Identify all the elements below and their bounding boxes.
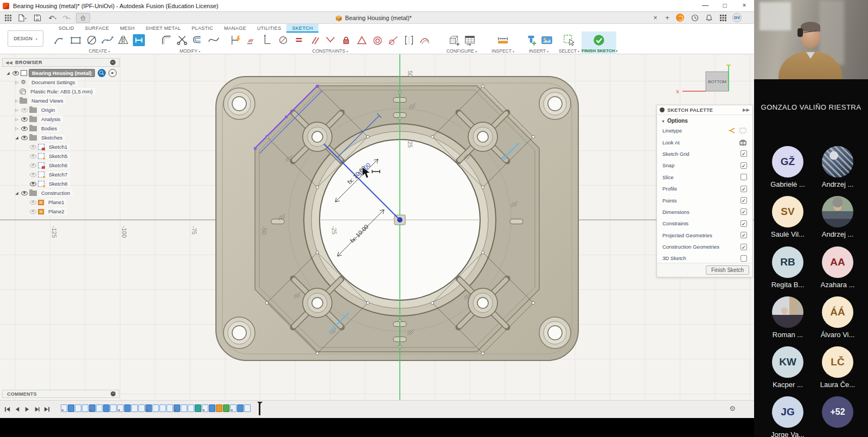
tree-expander-icon[interactable]: ◢ [14, 191, 20, 195]
close-button[interactable]: × [735, 0, 754, 12]
collapse-panel-icon[interactable]: ◀◀ [5, 60, 12, 65]
tree-expander-icon[interactable]: ◢ [5, 71, 11, 75]
participant-tile-6[interactable]: Roman ... [763, 296, 813, 339]
notifications-bell-icon[interactable] [704, 13, 714, 23]
visibility-eye-off-icon[interactable] [30, 154, 36, 159]
browser-item-sketch7[interactable]: Sketch7 [2, 170, 119, 179]
ribbon-tab-sheet-metal[interactable]: SHEET METAL [140, 24, 186, 33]
finish-sketch-footer-button[interactable]: Finish Sketch [706, 265, 749, 275]
apps-menu-icon[interactable] [718, 13, 728, 23]
checkbox-checked[interactable]: ✓ [741, 186, 747, 192]
browser-item-sketch5[interactable]: Sketch5 [2, 151, 119, 161]
timeline-marker[interactable] [259, 402, 260, 415]
visibility-eye-off-icon[interactable] [30, 163, 36, 168]
timeline-feature-4[interactable] [89, 404, 95, 412]
ribbon-tab-manage[interactable]: MANAGE [219, 24, 252, 33]
group-label-create[interactable]: CREATE▾ [52, 48, 146, 54]
palette-options-section[interactable]: ▼Options [657, 115, 752, 125]
tab-close-icon[interactable]: × [651, 13, 660, 23]
visibility-eye-icon[interactable] [21, 117, 28, 122]
comments-minimize-icon[interactable]: − [111, 391, 116, 396]
constraints-tool-icon-6[interactable] [322, 33, 338, 48]
constraints-tool-icon-2[interactable] [259, 33, 275, 48]
visibility-eye-icon[interactable] [30, 182, 36, 186]
constraints-tool-icon-9[interactable] [369, 33, 385, 48]
checkbox-unchecked[interactable] [741, 174, 747, 180]
visibility-eye-off-icon[interactable] [30, 145, 36, 149]
participant-tile-1[interactable]: Andrzej ... [813, 146, 863, 188]
insert-tool-icon-0[interactable] [523, 33, 539, 48]
timeline-feature-24[interactable] [230, 404, 237, 412]
timeline-feature-6[interactable] [103, 404, 110, 412]
timeline-feature-9[interactable] [124, 404, 131, 412]
comments-bar[interactable]: COMMENTS − [2, 390, 119, 398]
group-label-configure[interactable]: CONFIGURE▾ [446, 48, 477, 54]
checkbox-checked[interactable]: ✓ [741, 208, 747, 215]
home-view-button[interactable] [76, 13, 90, 23]
checkbox-checked[interactable]: ✓ [741, 232, 747, 238]
browser-item-sketch8[interactable]: Sketch8 [2, 179, 119, 188]
browser-item-plane1[interactable]: Plane1 [2, 198, 119, 207]
user-avatar[interactable]: GV [732, 13, 742, 22]
visibility-eye-off-icon[interactable] [30, 173, 36, 177]
timeline-settings-gear-icon[interactable]: ⚙ [729, 404, 736, 413]
browser-item-plane2[interactable]: Plane2 [2, 207, 119, 216]
visibility-eye-icon[interactable] [21, 191, 28, 195]
timeline-feature-19[interactable] [195, 404, 201, 412]
browser-item-bearing-housing-metal-[interactable]: ◢Bearing Housing (metal) [2, 68, 119, 78]
timeline-feature-8[interactable] [117, 404, 124, 412]
timeline-feature-3[interactable] [82, 404, 88, 412]
skip-end-icon[interactable] [43, 405, 50, 415]
browser-item-named-views[interactable]: ▷Named Views [2, 96, 119, 105]
create-tool-icon-3[interactable] [99, 33, 115, 48]
browser-item-analysis[interactable]: ▷Analysis [2, 115, 119, 124]
timeline-feature-21[interactable] [209, 404, 215, 412]
timeline-feature-16[interactable] [174, 404, 180, 412]
view-cube[interactable]: BOTTOM X [676, 65, 731, 94]
visibility-eye-off-icon[interactable] [30, 200, 36, 205]
step-forward-icon[interactable] [34, 405, 40, 415]
modify-tool-icon-2[interactable] [190, 33, 206, 48]
group-label-inspect[interactable]: INSPECT▾ [487, 48, 519, 54]
timeline-feature-13[interactable] [152, 404, 159, 412]
maximize-button[interactable]: □ [715, 0, 735, 12]
constraints-tool-icon-10[interactable] [385, 33, 401, 48]
visibility-eye-icon[interactable] [21, 136, 28, 140]
visibility-eye-off-icon[interactable] [21, 108, 28, 112]
browser-item-origin[interactable]: ▷Origin [2, 105, 119, 115]
create-tool-icon-4[interactable] [115, 33, 131, 48]
job-status-icon[interactable] [676, 14, 684, 22]
ribbon-tab-surface[interactable]: SURFACE [80, 24, 115, 33]
checkbox-unchecked[interactable] [741, 255, 747, 262]
inspect-tool-icon-0[interactable] [495, 33, 511, 48]
timeline-feature-10[interactable] [131, 404, 138, 412]
group-label-insert[interactable]: INSERT▾ [523, 48, 554, 54]
ribbon-tab-mesh[interactable]: MESH [114, 24, 140, 33]
linetype-arrow-icon[interactable] [727, 127, 736, 134]
tree-expander-icon[interactable]: ▷ [14, 117, 20, 122]
group-label-modify[interactable]: MODIFY▾ [158, 48, 221, 54]
participant-tile-11[interactable]: +52 [813, 396, 863, 428]
slot-feature[interactable] [510, 219, 523, 224]
step-back-icon[interactable] [14, 405, 21, 415]
constraints-tool-icon-5[interactable] [307, 33, 322, 48]
tree-expander-icon[interactable]: ◢ [14, 136, 20, 140]
ribbon-tab-solid[interactable]: SOLID [53, 24, 80, 33]
constraints-tool-icon-12[interactable] [417, 33, 432, 48]
group-label-constraints[interactable]: CONSTRAINTS▾ [228, 48, 432, 54]
constraints-tool-icon-0[interactable] [228, 33, 244, 48]
tree-expander-icon[interactable]: ▷ [14, 80, 20, 85]
component-search-icon[interactable] [98, 69, 106, 77]
visibility-eye-off-icon[interactable] [30, 210, 36, 214]
constraints-tool-icon-11[interactable] [401, 33, 417, 48]
new-tab-icon[interactable]: + [663, 13, 672, 23]
constraints-tool-icon-4[interactable] [291, 33, 307, 48]
finish-sketch-button[interactable]: FINISH SKETCH▾ [582, 31, 616, 54]
participant-tile-5[interactable]: AAAzahara ... [813, 246, 863, 289]
configure-tool-icon-0[interactable] [446, 33, 462, 48]
ribbon-tab-plastic[interactable]: PLASTIC [186, 24, 219, 33]
constraints-tool-icon-3[interactable] [275, 33, 291, 48]
timeline-feature-22[interactable] [216, 404, 222, 412]
participant-tile-9[interactable]: LČLaura Če... [813, 346, 863, 389]
timeline-feature-25[interactable] [237, 404, 244, 412]
